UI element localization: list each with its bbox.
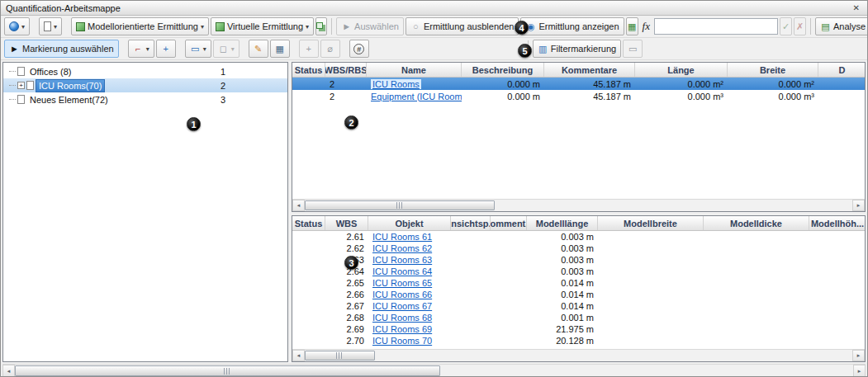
table-row[interactable]: 2.62ICU Rooms 620.003 m bbox=[292, 243, 865, 254]
column-header[interactable]: Name bbox=[367, 63, 462, 77]
object-link[interactable]: ICU Rooms 69 bbox=[372, 324, 432, 334]
cancel-formula-button[interactable]: ✗ bbox=[794, 17, 806, 35]
object-link[interactable]: ICU Rooms 65 bbox=[372, 278, 432, 288]
table-cell: 2.67 bbox=[325, 301, 368, 311]
pencil-markup-button[interactable]: ✎ bbox=[249, 40, 268, 58]
scroll-right-icon[interactable]: ► bbox=[853, 365, 866, 377]
close-icon[interactable]: ✕ bbox=[851, 3, 862, 12]
table-cell: ICU Rooms 67 bbox=[368, 301, 451, 311]
column-header[interactable]: Objekt bbox=[368, 216, 451, 230]
area-markup-menu-button[interactable]: ◻ ▾ bbox=[213, 40, 240, 58]
virtual-takeoff-button[interactable]: Virtuelle Ermittlung ▾ bbox=[211, 17, 314, 35]
formula-input[interactable] bbox=[654, 18, 778, 35]
object-link[interactable]: ICU Rooms 61 bbox=[372, 232, 432, 242]
cursor-icon: ► bbox=[341, 21, 352, 32]
object-link[interactable]: ICU Rooms 68 bbox=[372, 313, 432, 323]
scroll-right-icon[interactable]: ► bbox=[852, 200, 865, 211]
select-markup-button[interactable]: ► Markierung auswählen bbox=[4, 40, 119, 58]
object-link[interactable]: ICU Rooms 62 bbox=[372, 243, 432, 253]
grid-markup-button[interactable]: ▦ bbox=[270, 40, 290, 58]
column-header[interactable]: Modelldicke bbox=[704, 216, 809, 230]
table-row[interactable]: 2.64ICU Rooms 640.003 m bbox=[292, 266, 865, 277]
table-cell: 2 bbox=[325, 92, 367, 101]
column-header[interactable]: D bbox=[818, 63, 866, 77]
column-header[interactable]: Komment... bbox=[491, 216, 527, 230]
table-row[interactable]: 2.69ICU Rooms 6921.975 m bbox=[292, 323, 865, 335]
tree-item[interactable]: Offices (8) 1 bbox=[3, 64, 287, 78]
scrollbar-thumb[interactable] bbox=[15, 365, 440, 376]
scroll-right-icon[interactable]: ► bbox=[852, 350, 865, 361]
tree-expander-icon[interactable]: + bbox=[17, 82, 25, 89]
rect-markup-menu-button[interactable]: ▭ ▾ bbox=[185, 40, 211, 58]
tree-item[interactable]: Neues Element(72) 3 bbox=[3, 92, 287, 106]
table-row[interactable]: 2.65ICU Rooms 650.014 m bbox=[292, 277, 865, 289]
scrollbar-track[interactable] bbox=[305, 200, 852, 211]
table-row[interactable]: 2Equipment (ICU Rooms)0.000 m45.187 m0.0… bbox=[292, 90, 865, 102]
column-header[interactable]: Status bbox=[292, 63, 325, 77]
count-markup-button[interactable]: # bbox=[349, 40, 369, 58]
accept-formula-button[interactable]: ✓ bbox=[780, 17, 792, 35]
takeoff-tree-panel: Offices (8) 1 + ICU Rooms(70) 2 Neues El… bbox=[2, 62, 288, 362]
scrollbar-track[interactable] bbox=[15, 365, 853, 377]
filter-markup-button[interactable]: ▥ Filtermarkierung bbox=[533, 40, 621, 58]
table-row[interactable]: 2ICU Rooms0.000 m45.187 m0.000 m²0.000 m… bbox=[292, 78, 865, 90]
object-link[interactable]: ICU Rooms 66 bbox=[372, 290, 432, 299]
table-row[interactable]: 2.63ICU Rooms 630.003 m bbox=[292, 254, 865, 266]
items-table-hscrollbar[interactable]: ◄ ► bbox=[292, 349, 865, 361]
object-link[interactable]: Equipment (ICU Rooms) bbox=[371, 92, 462, 101]
scroll-left-icon[interactable]: ◄ bbox=[292, 200, 305, 211]
column-header[interactable]: Modelllänge bbox=[527, 216, 598, 230]
scrollbar-thumb[interactable] bbox=[305, 200, 495, 210]
object-link[interactable]: ICU Rooms 67 bbox=[372, 301, 432, 311]
table-row[interactable]: 2.61ICU Rooms 610.003 m bbox=[292, 231, 865, 243]
slash-circle-icon: ⌀ bbox=[325, 44, 335, 54]
table-row[interactable]: 2.68ICU Rooms 680.001 m bbox=[292, 312, 865, 323]
add-markup-button[interactable]: + bbox=[299, 40, 319, 58]
column-header[interactable]: Ansichtsp... bbox=[451, 216, 491, 230]
column-header[interactable]: WBS/RBS bbox=[325, 63, 367, 77]
select-button[interactable]: ► Auswählen bbox=[336, 17, 404, 35]
column-header[interactable]: Breite bbox=[728, 63, 818, 77]
column-header[interactable]: Modellbreite bbox=[598, 216, 704, 230]
erase-markup-button[interactable]: ⌀ bbox=[320, 40, 340, 58]
markup-extra-button[interactable]: ▭ bbox=[623, 40, 643, 58]
show-takeoff-button[interactable]: ◉ Ermittlung anzeigen bbox=[520, 17, 624, 35]
pencil-icon: ✎ bbox=[253, 44, 263, 54]
column-header[interactable]: Modellhöh... bbox=[809, 216, 866, 230]
object-link[interactable]: ICU Rooms 64 bbox=[372, 266, 432, 276]
table-row[interactable]: 2.70ICU Rooms 7020.128 m bbox=[292, 335, 865, 346]
table-row[interactable]: 2.67ICU Rooms 670.014 m bbox=[292, 300, 865, 312]
item-menu-button[interactable]: ▾ bbox=[39, 17, 62, 35]
takeoff-table-hscrollbar[interactable]: ◄ ► bbox=[292, 199, 865, 211]
boxes-icon bbox=[316, 22, 323, 29]
scrollbar-thumb[interactable] bbox=[305, 351, 375, 361]
column-header[interactable]: Kommentare bbox=[544, 63, 635, 77]
model-display-menu-button[interactable]: ▾ bbox=[4, 17, 30, 35]
column-header[interactable]: Länge bbox=[635, 63, 728, 77]
rectangle-icon: ▭ bbox=[628, 44, 638, 54]
column-header[interactable]: Beschreibung bbox=[462, 63, 544, 77]
model-takeoff-button[interactable]: Modellorientierte Ermittlung ▾ bbox=[71, 17, 209, 35]
change-analysis-label: Analyse ändern bbox=[833, 21, 868, 31]
column-header[interactable]: Status bbox=[292, 216, 325, 230]
tree-item[interactable]: + ICU Rooms(70) 2 bbox=[3, 78, 287, 92]
object-link[interactable]: ICU Rooms bbox=[371, 79, 421, 89]
takeoff-navigator-button[interactable] bbox=[315, 17, 327, 35]
scroll-left-icon[interactable]: ◄ bbox=[292, 350, 305, 361]
window-hscrollbar[interactable]: ◄ ► bbox=[2, 364, 866, 377]
point-markup-button[interactable]: + bbox=[156, 40, 176, 58]
column-header[interactable]: WBS bbox=[325, 216, 368, 230]
tree-item-label: ICU Rooms(70) bbox=[36, 80, 104, 92]
object-link[interactable]: ICU Rooms 70 bbox=[372, 336, 432, 346]
scroll-left-icon[interactable]: ◄ bbox=[2, 365, 15, 377]
markup-toolbar: ► Markierung auswählen ⌐ ▾ + ▭ ▾ ◻ ▾ ✎ ▦… bbox=[1, 38, 867, 60]
change-analysis-button[interactable]: ▤ Analyse ändern ▾ bbox=[815, 17, 868, 35]
table-row[interactable]: 2.66ICU Rooms 660.014 m bbox=[292, 289, 865, 300]
object-link[interactable]: ICU Rooms 63 bbox=[372, 255, 432, 265]
tree-item-number: 3 bbox=[221, 95, 270, 105]
table-cell: ICU Rooms 63 bbox=[368, 255, 451, 265]
hide-takeoff-button[interactable]: ○ Ermittlung ausblenden bbox=[406, 17, 519, 35]
formula-grid-button[interactable]: ▦ bbox=[626, 17, 638, 35]
line-markup-menu-button[interactable]: ⌐ ▾ bbox=[128, 40, 154, 58]
scrollbar-track[interactable] bbox=[305, 350, 852, 361]
